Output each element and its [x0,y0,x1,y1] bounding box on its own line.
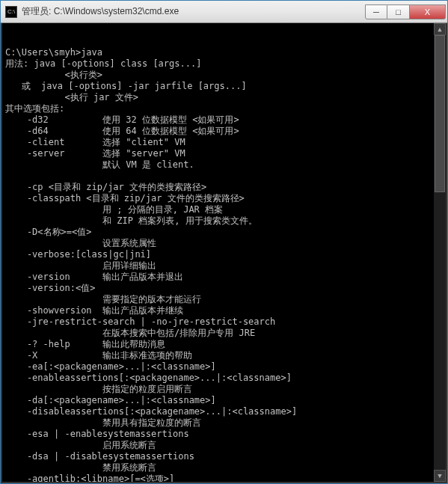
scroll-thumb[interactable] [435,35,445,192]
cmd-icon: C:\ [5,6,17,18]
titlebar[interactable]: C:\ 管理员: C:\Windows\system32\cmd.exe ─ □… [1,1,447,23]
cmd-window: C:\ 管理员: C:\Windows\system32\cmd.exe ─ □… [0,0,448,484]
console-area[interactable]: C:\Users\smyh>java 用法: java [-options] c… [1,23,447,483]
window-title: 管理员: C:\Windows\system32\cmd.exe [22,5,365,18]
close-button[interactable]: X [410,4,446,19]
minimize-button[interactable]: ─ [365,4,387,19]
vertical-scrollbar: ▲ ▼ [434,23,446,482]
console-output: C:\Users\smyh>java 用法: java [-options] c… [5,47,443,483]
scroll-track[interactable] [434,35,446,470]
scroll-down-button[interactable]: ▼ [434,470,446,482]
maximize-button[interactable]: □ [387,4,410,19]
scroll-up-button[interactable]: ▲ [434,23,446,35]
window-controls: ─ □ X [365,4,446,19]
